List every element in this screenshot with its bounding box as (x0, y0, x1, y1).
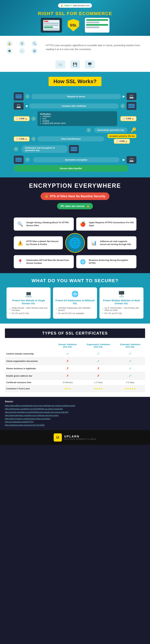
sources-title: Source: (5, 400, 145, 403)
ov-check-org: ✓ (81, 358, 116, 365)
cert-box-2: 📋 X.509 🔒 (120, 116, 136, 121)
tick-green-2: ✓ (97, 352, 100, 356)
single-domain-title: Protect One Website w/ Single Domain SSL (9, 299, 48, 305)
enc-card-adsense-text: AdSense ad code supports secure ad servi… (100, 240, 134, 246)
dv-green-bar: ✗ (54, 372, 81, 380)
search-icon: 🔍 (32, 41, 37, 46)
red-stat-text: 97% of Sites Have No Baseline Security (50, 194, 105, 198)
cert-icon-4: 📋 (116, 140, 118, 142)
single-feature-2: ✓ OV, DV and EV SSL (9, 312, 48, 314)
url-domain: www.domain.com (73, 4, 90, 7)
ssl-step-3: 📋 X.509 🔒 3 Verification: validation tru… (14, 111, 136, 126)
source-link-4[interactable]: https://www.internetsm.com/what-is-ssl-c… (5, 414, 145, 417)
enc-card-google-text: Google Giving a Ranking Boost To HTTPS S… (26, 221, 72, 227)
check-icon-3: ✓ (56, 308, 57, 310)
ev-issuance: 2-5 Days (116, 380, 145, 386)
green-stat-container: 3% sites are secure 🔒 (6, 203, 144, 214)
apple-icon: 🍎 (79, 220, 87, 228)
check-icon-4: ✓ (56, 312, 57, 314)
cert-text: X.509 🔒 (19, 118, 28, 120)
hero-section: 🔒 https:// www.domain.com RIGHT SSL FOR … (0, 0, 150, 36)
cert-text-2: X.509 🔒 (126, 118, 134, 120)
step-label-1: Request to server (32, 94, 121, 99)
step-label-5: Client identification (38, 136, 104, 142)
ssl-step-1: 1 Request to server ▶ 💻 (14, 92, 136, 100)
wildcard-title: Protect All Subdomains w/ Wildcard SSL (56, 299, 94, 305)
cert-box-1: 📋 X.509 🔒 (14, 116, 30, 121)
step-label-7: Symmetric encryption (33, 157, 120, 162)
enc-bottom-grid: 📍 Geolocation API Call Must Be Served fr… (14, 255, 136, 268)
encrypted-key-label: encrypted symmetric SSL key (108, 134, 136, 138)
th-ev: Extended Validation (EV) SSL (116, 341, 145, 350)
server-icon-3 (69, 145, 79, 153)
check-icon-5: ✓ (102, 308, 104, 310)
browser-icon: 🌐 (79, 258, 87, 266)
monitor-icon: 🖥️ (85, 60, 95, 68)
stars-dv: ★★★ (64, 387, 71, 390)
encrypted-key-group: encrypted symmetric SSL key 📋 X.509 🔒 (108, 134, 136, 144)
hero-right-line-1 (86, 19, 108, 21)
cross-red-1: ✗ (66, 359, 69, 363)
source-link-7[interactable]: https://developer.apple.com/news/?id=122… (5, 424, 145, 427)
cross-red-2: ✗ (66, 366, 69, 370)
row-label-shows-legit: Shows business is legitimate (5, 365, 54, 372)
adsense-icon: 📊 (90, 239, 98, 247)
multi-feature-1: ✓ Up To 100 Domains – One Primary and Ot… (102, 307, 141, 312)
th-dv-col1: Domain Validation (55, 343, 80, 346)
ov-trust: ★★★★ (81, 386, 116, 392)
table-row-issuance: Certificate Issuance time 15 Minutes 1-2… (5, 380, 145, 386)
screen-line-red (44, 21, 48, 22)
footer-brand-group: UPLARN DISCOVER MOMENTS & IDEAS (64, 435, 96, 440)
screen-line-green (44, 26, 53, 28)
screen-line-3 (44, 28, 59, 30)
multi-domain-title: Protect Multiple Websites w/ Multi Domai… (102, 299, 141, 305)
source-link-1[interactable]: https://www.ssl2buy.com/wiki/what-types-… (5, 404, 145, 407)
tick-green-3: ✓ (129, 352, 132, 356)
arrow-right-1: ▶ (123, 94, 125, 98)
enc-card-browser-text: Browsers Enforcing Strong Encryption HTT… (89, 259, 134, 265)
secure-card-wildcard: 🌐 Protect All Subdomains w/ Wildcard SSL… (53, 288, 97, 319)
hero-right-line-2 (86, 22, 99, 23)
ev-check-org: ✓ (116, 358, 145, 365)
hero-right-card (85, 18, 110, 32)
ov-confirm: ✓ (81, 350, 116, 358)
ov-issuance: 1-2 Days (81, 380, 116, 386)
dv-trust: ★★★ (54, 386, 81, 392)
verification-title: Verification: (40, 113, 51, 115)
source-link-6[interactable]: https://en.wikipedia.org/wiki/HTTP/2 (5, 420, 145, 424)
server-icon-4 (14, 156, 24, 164)
laptop-icon-2: 💻 (14, 102, 24, 110)
ssl-shield: SSL (68, 19, 79, 32)
ev-shows-legit: ✓ (116, 365, 145, 372)
warning-icon: ⚠️ (16, 239, 24, 247)
url-bar: 🔒 https:// www.domain.com (58, 3, 92, 8)
ssl-works-title: How SSL Works? (48, 77, 102, 86)
enc-card-browser: 🌐 Browsers Enforcing Strong Encryption H… (76, 255, 136, 268)
wildcard-icon: 🌐 (56, 291, 94, 297)
row-label-issuance: Certificate Issuance time (5, 380, 54, 386)
ssl-types-section: TYPES OF SSL CERTIFICATES Domain Validat… (0, 324, 150, 397)
step-num-1: 1 (25, 94, 30, 99)
cert-icon-3: 📋 (16, 138, 18, 140)
single-feature-1-text: Single Domain – Both Versions www and no… (12, 307, 48, 312)
ev-trust: ★★★★★ (116, 386, 145, 392)
th-ov-col2: (OV) SSL (82, 346, 114, 348)
ssl-table-body: Confirm domain ownership ✓ ✓ ✓ Check org… (5, 350, 145, 392)
th-ev-col1: Extended Validation (117, 343, 144, 346)
hero-title: RIGHT SSL FOR ECOMMERCE (3, 11, 147, 16)
screen-line-1 (44, 22, 59, 24)
stars-ev: ★★★★★ (124, 387, 136, 390)
v-item-3: integrity (42, 120, 115, 122)
source-link-5[interactable]: https://www.symantec.com/theme/encryptio… (5, 417, 145, 420)
table-row-confirm-domain: Confirm domain ownership ✓ ✓ ✓ (5, 350, 145, 358)
enc-card-geo-text: Geolocation API Call Must Be Served from… (26, 259, 72, 265)
ssl-types-table: Domain Validation (DV) SSL Organization … (5, 341, 145, 392)
server-icon-2 (126, 102, 136, 110)
source-link-3[interactable]: https://security.googleblog.com/2016/09/… (5, 410, 145, 414)
step7-row: 7 Symmetric encryption ▶ 💻 (14, 156, 136, 164)
server-icon-1 (14, 92, 24, 100)
cloud-icon: ☁️ (19, 48, 25, 54)
tick-green-7: ✓ (129, 374, 132, 378)
source-link-2[interactable]: https://webmasters.googleblog.com/2014/0… (5, 407, 145, 410)
step-label-6: Verification and encryption of symmetric… (22, 145, 68, 153)
